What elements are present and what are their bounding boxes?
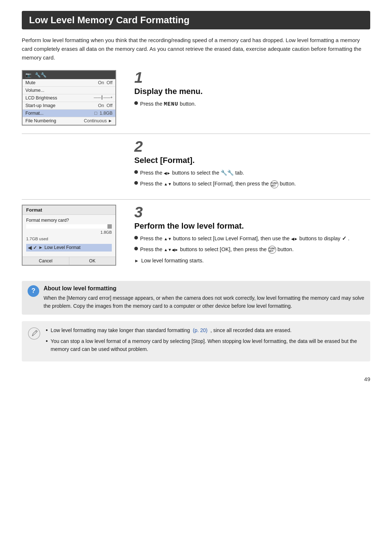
note-pencil-icon	[28, 327, 41, 340]
divider-2	[22, 199, 370, 200]
note-box: Low level formatting may take longer tha…	[22, 321, 370, 361]
divider-1	[22, 134, 370, 134]
bullet-dot	[134, 170, 138, 174]
step-1-row: 📷 🔧🔧 Mute On Off Volume... LCD Brightnes…	[22, 70, 370, 126]
menu-item-filenumbering: File Numbering Continuous ►	[23, 117, 115, 125]
step-3-bullet-1: Press the ▲▼ buttons to select [Low Leve…	[134, 234, 370, 242]
format-question: Format memory card?	[26, 218, 112, 223]
checkmark-icon: ✓	[33, 245, 37, 250]
page-number: 49	[22, 376, 370, 382]
info-box-title: About low level formatting	[44, 285, 364, 292]
progress-bar	[26, 224, 112, 229]
left-arrow-icon: ◀	[28, 245, 32, 250]
page-link: (p. 20)	[193, 326, 207, 334]
up-down-left-right-arrows: ▲▼◀►	[164, 248, 179, 252]
menu-symbol: MENU	[164, 101, 178, 107]
step-number-1: 1	[134, 70, 370, 85]
bullet-dot	[134, 101, 138, 105]
step-title-1: Display the menu.	[134, 87, 370, 96]
progress-bar-fill	[26, 224, 107, 229]
bullet-dot	[134, 181, 138, 185]
step-3-image: Format Format memory card? 1.8GB 1.7GB u…	[22, 205, 123, 266]
menu-screen: 📷 🔧🔧 Mute On Off Volume... LCD Brightnes…	[22, 70, 116, 126]
note-bullets-list: Low level formatting may take longer tha…	[46, 326, 364, 356]
low-level-format-option: ◀ ✓ ► Low Level Format	[26, 244, 112, 252]
step-1-image: 📷 🔧🔧 Mute On Off Volume... LCD Brightnes…	[22, 70, 123, 126]
wrench-tab-icon: 🔧🔧	[35, 72, 46, 78]
step-1-bullets: Press the MENU button.	[134, 100, 370, 109]
ok-button[interactable]: OK	[69, 257, 116, 265]
bullet-dot	[134, 247, 138, 250]
info-box-text: When the [Memory card error] message app…	[44, 294, 364, 310]
info-icon: ?	[28, 285, 39, 297]
step-3-bullet-3: ► Low level formatting starts.	[134, 257, 370, 265]
step-3-content: 3 Perform the low level format. Press th…	[134, 205, 370, 268]
step-number-2: 2	[134, 139, 370, 154]
step-2-bullets: Press the ◀► buttons to select the 🔧🔧 ta…	[134, 169, 370, 188]
step-2-bullet-1: Press the ◀► buttons to select the 🔧🔧 ta…	[134, 169, 370, 177]
info-box-content: About low level formatting When the [Mem…	[44, 285, 364, 310]
cancel-button[interactable]: Cancel	[23, 257, 69, 265]
step-2-row: 2 Select [Format]. Press the ◀► buttons …	[22, 139, 370, 191]
format-dialog: Format Format memory card? 1.8GB 1.7GB u…	[22, 205, 116, 266]
up-down-arrows: ▲▼	[164, 182, 172, 186]
format-dialog-title: Format	[23, 205, 115, 215]
step-number-3: 3	[134, 205, 370, 220]
format-buttons: Cancel OK	[23, 257, 115, 265]
storage-label: 1.8GB	[26, 230, 112, 234]
used-label: 1.7GB used	[26, 237, 112, 241]
menu-item-volume: Volume...	[23, 87, 115, 94]
info-box: ? About low level formatting When the [M…	[22, 281, 370, 315]
step-title-3: Perform the low level format.	[134, 221, 370, 231]
bullet-dot	[134, 236, 138, 240]
svg-point-0	[28, 328, 40, 339]
note-bullet-2: You can stop a low level format of a mem…	[46, 337, 364, 353]
left-right-arrows: ◀►	[291, 236, 298, 241]
func-set-button-icon: FUNCSET	[268, 246, 276, 254]
step-3-bullets: Press the ▲▼ buttons to select [Low Leve…	[134, 234, 370, 265]
wrench-tab-label: 🔧🔧	[221, 170, 234, 176]
format-dialog-body: Format memory card? 1.8GB 1.7GB used ◀ ✓…	[23, 215, 115, 254]
intro-text: Perform low level formatting when you th…	[22, 36, 370, 62]
note-bullet-1: Low level formatting may take longer tha…	[46, 326, 364, 334]
arrow-right-icon: ►	[134, 257, 139, 265]
step-3-row: Format Format memory card? 1.8GB 1.7GB u…	[22, 205, 370, 268]
screen-top-bar: 📷 🔧🔧	[23, 71, 115, 79]
step-2-content: 2 Select [Format]. Press the ◀► buttons …	[134, 139, 370, 191]
steps-container: 📷 🔧🔧 Mute On Off Volume... LCD Brightnes…	[22, 70, 370, 274]
step-1-content: 1 Display the menu. Press the MENU butto…	[134, 70, 370, 111]
up-down-arrows: ▲▼	[164, 236, 172, 241]
left-right-arrows: ◀►	[164, 171, 171, 175]
step-3-bullet-2: Press the ▲▼◀► buttons to select [OK], t…	[134, 245, 370, 254]
menu-item-lcd: LCD Brightness ——┃——+	[23, 94, 115, 102]
menu-item-startup: Start-up Image On Off	[23, 102, 115, 110]
svg-line-1	[36, 331, 37, 332]
page-title: Low Level Memory Card Formatting	[22, 11, 370, 29]
func-set-button-icon: FUNCSET	[270, 180, 278, 188]
right-arrow-icon: ►	[38, 245, 43, 250]
low-level-format-label: Low Level Format	[44, 245, 80, 250]
step-title-2: Select [Format].	[134, 156, 370, 165]
menu-item-format: Format... □ 1.8GB	[23, 110, 115, 117]
camera-tab-icon: 📷	[25, 72, 31, 78]
menu-item-mute: Mute On Off	[23, 79, 115, 87]
step-1-bullet-1: Press the MENU button.	[134, 100, 370, 109]
step-2-bullet-2: Press the ▲▼ buttons to select [Format],…	[134, 180, 370, 188]
